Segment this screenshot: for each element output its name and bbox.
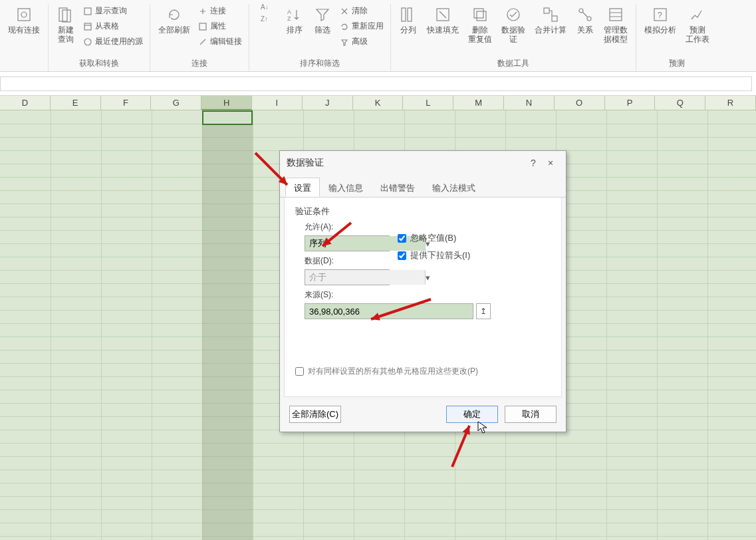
edit-links-label: 编辑链接 (210, 36, 242, 47)
ribbon-group-label-3: 排序和筛选 (300, 58, 340, 68)
dialog-tab-1[interactable]: 输入信息 (320, 178, 372, 197)
relationships-button[interactable]: 关系 (572, 4, 598, 36)
dialog-tab-3[interactable]: 输入法模式 (424, 178, 484, 197)
ignore-blank-checkbox[interactable] (398, 234, 406, 243)
clear-button[interactable]: 清除 (337, 4, 386, 18)
column-header-K[interactable]: K (353, 96, 404, 110)
dialog-titlebar[interactable]: 数据验证 ? × (280, 151, 566, 175)
ignore-blank-row[interactable]: 忽略空值(B) (398, 232, 456, 244)
text-to-columns-label: 分列 (400, 25, 416, 35)
existing-connections-button[interactable]: 现有连接 (4, 4, 44, 36)
refresh-all-icon (165, 5, 184, 24)
relationships-label: 关系 (577, 25, 593, 35)
data-validation-button[interactable]: 数据验 证 (497, 4, 529, 46)
data-validation-dialog: 数据验证 ? × 设置输入信息出错警告输入法模式 验证条件 允许(A): ▾ 忽… (279, 150, 567, 432)
formula-input[interactable] (0, 76, 752, 91)
column-header-L[interactable]: L (403, 96, 453, 110)
consolidate-icon (541, 5, 560, 24)
dialog-help-button[interactable]: ? (525, 158, 542, 168)
data-dropdown-icon: ▾ (425, 270, 430, 285)
dialog-body: 验证条件 允许(A): ▾ 忽略空值(B) 提供下拉箭头(I) 数据(D): ▾… (284, 198, 562, 397)
dialog-tab-0[interactable]: 设置 (285, 178, 320, 197)
refedit-button[interactable]: ↥ (476, 303, 491, 319)
consolidate-button[interactable]: 合并计算 (531, 4, 570, 36)
advanced-icon (340, 37, 349, 47)
column-header-H[interactable]: H (201, 96, 252, 110)
refresh-all-button[interactable]: 全部刷新 (154, 4, 194, 36)
ribbon: 现有连接 新建 查询 显示查询 从表格 (0, 0, 756, 72)
svg-rect-23 (610, 9, 622, 21)
svg-text:A↓: A↓ (261, 3, 269, 11)
column-header-D[interactable]: D (0, 96, 51, 110)
advanced-button[interactable]: 高级 (337, 35, 386, 49)
dropdown-arrow-label: 提供下拉箭头(I) (410, 249, 470, 261)
from-table-button[interactable]: 从表格 (80, 19, 146, 33)
new-query-button[interactable]: 新建 查询 (53, 4, 79, 46)
source-input[interactable] (305, 303, 473, 319)
column-header-I[interactable]: I (252, 96, 303, 110)
svg-rect-19 (544, 8, 549, 13)
from-table-label: 从表格 (95, 21, 119, 32)
clear-all-button[interactable]: 全部清除(C) (289, 406, 341, 423)
text-to-columns-button[interactable]: 分列 (395, 4, 422, 36)
dropdown-arrow-checkbox[interactable] (398, 251, 406, 260)
ribbon-group-existing: 现有连接 (0, 4, 49, 71)
what-if-button[interactable]: ? 模拟分析 (640, 4, 680, 36)
properties-label: 属性 (210, 21, 226, 32)
manage-data-model-icon (606, 5, 625, 24)
apply-all-checkbox[interactable] (295, 367, 304, 376)
reapply-button[interactable]: 重新应用 (337, 19, 386, 33)
dropdown-arrow-row[interactable]: 提供下拉箭头(I) (398, 249, 470, 261)
allow-combo[interactable]: ▾ (305, 235, 390, 251)
column-header-N[interactable]: N (504, 96, 555, 110)
manage-data-model-button[interactable]: 管理数 据模型 (600, 4, 632, 46)
dialog-tabs: 设置输入信息出错警告输入法模式 (280, 178, 566, 198)
column-header-R[interactable]: R (705, 96, 756, 110)
forecast-sheet-icon (688, 5, 707, 24)
svg-text:Z↑: Z↑ (261, 15, 268, 23)
svg-rect-16 (474, 9, 483, 18)
column-header-J[interactable]: J (303, 96, 353, 110)
connections-icon (198, 7, 207, 16)
data-combo: ▾ (305, 269, 390, 285)
column-header-Q[interactable]: Q (655, 96, 705, 110)
ribbon-group-label-5: 预测 (669, 58, 685, 68)
apply-all-row[interactable]: 对有同样设置的所有其他单元格应用这些更改(P) (295, 366, 551, 377)
sort-az-icon: A↓Z↑ (257, 5, 276, 24)
properties-button[interactable]: 属性 (195, 19, 245, 33)
dialog-tab-2[interactable]: 出错警告 (372, 178, 424, 197)
ok-button[interactable]: 确定 (446, 406, 498, 423)
column-header-P[interactable]: P (605, 96, 656, 110)
flash-fill-button[interactable]: 快速填充 (423, 4, 463, 36)
column-header-M[interactable]: M (453, 96, 504, 110)
dialog-close-button[interactable]: × (542, 158, 559, 168)
column-header-G[interactable]: G (151, 96, 201, 110)
ribbon-group-label-1: 获取和转换 (79, 58, 119, 68)
forecast-sheet-button[interactable]: 预测 工作表 (682, 4, 713, 46)
svg-point-18 (507, 9, 519, 21)
svg-rect-20 (552, 16, 557, 21)
flash-fill-label: 快速填充 (427, 25, 459, 35)
clear-icon (340, 7, 349, 16)
recent-sources-button[interactable]: 最近使用的源 (80, 35, 146, 49)
remove-duplicates-icon (471, 5, 489, 24)
text-to-columns-icon (399, 5, 418, 24)
show-queries-label: 显示查询 (95, 5, 127, 17)
recent-sources-icon (83, 37, 92, 47)
sort-button[interactable]: AZ 排序 (281, 4, 308, 36)
connections-button[interactable]: 连接 (195, 4, 245, 18)
manage-data-model-label: 管理数 据模型 (604, 25, 628, 45)
edit-links-button[interactable]: 编辑链接 (195, 35, 245, 49)
remove-duplicates-button[interactable]: 删除 重复值 (464, 4, 496, 46)
show-queries-button[interactable]: 显示查询 (80, 4, 146, 18)
filter-button[interactable]: 筛选 (309, 4, 336, 36)
column-header-E[interactable]: E (51, 96, 101, 110)
column-header-O[interactable]: O (555, 96, 605, 110)
column-header-F[interactable]: F (101, 96, 152, 110)
new-query-label: 新建 查询 (58, 25, 74, 45)
cancel-button[interactable]: 取消 (505, 406, 557, 423)
remove-duplicates-label: 删除 重复值 (468, 25, 492, 45)
sort-az-button[interactable]: A↓Z↑ (253, 4, 280, 27)
svg-point-1 (21, 12, 27, 17)
dialog-buttons: 全部清除(C) 确定 取消 (280, 397, 566, 432)
